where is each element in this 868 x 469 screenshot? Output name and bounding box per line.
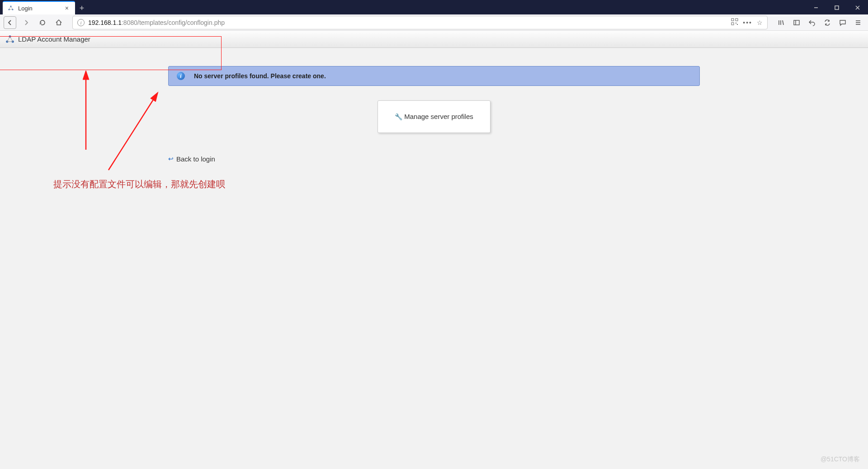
manage-profiles-card: 🔧Manage server profiles [377,100,491,133]
svg-rect-9 [731,23,734,25]
svg-rect-15 [794,20,799,25]
manage-profiles-label: Manage server profiles [404,113,473,120]
qr-icon[interactable] [731,18,738,27]
new-tab-button[interactable]: + [75,2,89,14]
svg-rect-7 [731,19,734,21]
nav-back-button[interactable] [4,16,16,29]
undo-icon[interactable] [806,16,818,29]
back-to-login-link[interactable]: ↩ Back to login [168,155,215,163]
nav-reload-button[interactable] [36,16,49,29]
window-close-button[interactable] [847,1,868,14]
notice-text: No server profiles found. Please create … [194,72,326,80]
browser-chrome: Login × + [0,0,868,14]
nav-home-button[interactable] [52,16,65,29]
notice-banner: i No server profiles found. Please creat… [168,66,700,86]
bookmark-star-icon[interactable]: ☆ [757,19,763,26]
watermark: @51CTO博客 [821,455,860,464]
info-icon: i [177,72,185,80]
svg-rect-8 [736,19,738,21]
nav-toolbar: i 192.168.1.1:8080/templates/config/conf… [0,14,868,31]
sidebar-toggle-icon[interactable] [790,16,803,29]
window-minimize-button[interactable] [806,1,826,14]
browser-tab-login[interactable]: Login × [3,1,75,14]
sync-icon[interactable] [821,16,834,29]
chat-icon[interactable] [836,16,849,29]
svg-rect-4 [835,6,839,9]
page-content: i No server profiles found. Please creat… [0,48,868,163]
manage-server-profiles-link[interactable]: 🔧Manage server profiles [395,113,473,120]
back-to-login-label: Back to login [176,155,215,163]
svg-line-14 [783,20,783,25]
page-actions-icon[interactable]: ••• [743,19,752,26]
window-maximize-button[interactable] [826,1,847,14]
svg-rect-10 [736,23,736,24]
undo-arrow-icon: ↩ [168,155,174,162]
url-path: :8080/templates/config/conflogin.php [122,19,225,26]
menu-icon[interactable] [852,16,864,29]
url-bar[interactable]: i 192.168.1.1:8080/templates/config/conf… [72,16,768,29]
tab-strip: Login × + [0,0,868,14]
site-info-icon[interactable]: i [77,19,85,26]
annotation-note: 提示没有配置文件可以编辑，那就先创建呗 [53,178,225,190]
svg-line-24 [108,95,156,170]
tab-close-icon[interactable]: × [63,5,71,12]
url-host: 192.168.1.1 [88,19,122,26]
tab-favicon-icon [7,5,14,12]
annotation-arrow-1 [77,71,95,152]
tab-title: Login [18,5,33,12]
back-link-row: ↩ Back to login [168,155,700,163]
wrench-icon: 🔧 [395,113,402,120]
svg-rect-11 [737,24,738,25]
library-icon[interactable] [775,16,788,29]
window-controls [806,1,868,14]
annotation-highlight [0,36,222,70]
nav-forward-button[interactable] [20,16,33,29]
